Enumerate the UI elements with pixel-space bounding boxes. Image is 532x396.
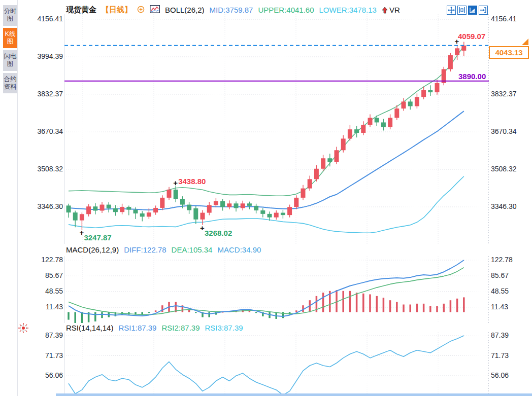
horizontal-line-label: 3890.00 — [458, 72, 486, 81]
current-price-box: 4043.13 — [489, 46, 529, 59]
main-candlestick-chart[interactable] — [64, 14, 489, 244]
macd-indicator-name: MACD(26,12,9) — [66, 245, 119, 254]
price-marker-label: 3438.80 — [178, 177, 206, 186]
high-price-label: 4059.07 — [458, 32, 485, 41]
axis-label: 3508.32 — [18, 165, 63, 173]
kline-chart-icon — [150, 5, 160, 15]
symbol-name: 现货黄金 — [66, 5, 96, 15]
sidebar-item-contract-info[interactable]: 合约资料 — [3, 73, 17, 94]
boll-mid-value: MID:3759.87 — [210, 6, 253, 14]
circled-plus-icon[interactable] — [137, 6, 145, 15]
chart-toolbar — [447, 6, 488, 15]
price-marker-cross: + — [79, 230, 84, 235]
macd-diff-value: DIFF:122.78 — [124, 245, 166, 254]
zoom-frame-icon[interactable] — [457, 6, 467, 15]
axis-label: 4156.41 — [491, 15, 531, 23]
price-marker-cross: + — [173, 181, 178, 186]
crosshair-move-icon[interactable] — [447, 6, 456, 15]
main-chart-header: 现货黄金 【日线】 BOLL(26,2) MID:3759.87 UPPER:4… — [66, 5, 400, 15]
chart-type-sidebar: 分时图 K线图 闪电图 合约资料 — [3, 5, 17, 95]
period-label: 【日线】 — [102, 5, 132, 15]
horizontal-scrollbar[interactable] — [56, 393, 532, 396]
axis-label: 3346.30 — [18, 202, 63, 210]
boll-upper-value: UPPER:4041.60 — [258, 6, 314, 14]
axis-label: 71.73 — [18, 351, 63, 359]
axis-label: 85.67 — [491, 271, 531, 279]
rsi-indicator-name: RSI(14,14,14) — [66, 323, 113, 332]
macd-macd-value: MACD:34.90 — [217, 245, 261, 254]
axis-label: 56.06 — [491, 371, 531, 379]
rsi1-value: RSI1:87.39 — [118, 323, 156, 332]
price-marker-cross: + — [455, 39, 459, 44]
axis-label: 48.55 — [491, 287, 531, 295]
sidebar-item-time-chart[interactable]: 分时图 — [3, 5, 17, 26]
macd-dea-value: DEA:105.34 — [172, 245, 213, 254]
rsi3-value: RSI3:87.39 — [205, 323, 243, 332]
vr-indicator-toggle[interactable]: VR — [382, 6, 400, 14]
sidebar-item-kline-chart[interactable]: K线图 — [3, 28, 17, 49]
vr-label: VR — [389, 6, 400, 14]
rsi-chart[interactable] — [64, 332, 489, 396]
red-up-arrow-icon — [382, 7, 388, 14]
macd-chart[interactable] — [64, 256, 489, 323]
axis-label: 87.39 — [491, 331, 531, 339]
price-marker-label: 3247.87 — [84, 233, 111, 242]
axis-label: 3832.37 — [18, 90, 63, 98]
price-marker-cross: + — [200, 226, 205, 231]
trend-chart-icon[interactable] — [468, 6, 477, 15]
macd-header: MACD(26,12,9) DIFF:122.78 DEA:105.34 MAC… — [66, 245, 261, 254]
price-pointer-icon — [522, 39, 528, 45]
rsi-header: RSI(14,14,14) RSI1:87.39 RSI2:87.39 RSI3… — [66, 323, 243, 332]
axis-label: 11.43 — [18, 303, 63, 311]
indicator-name: BOLL(26,2) — [165, 6, 205, 14]
axis-label: 3346.30 — [491, 202, 531, 210]
axis-label: 3670.34 — [491, 127, 531, 135]
axis-label: 11.43 — [491, 303, 531, 311]
axis-label: 4156.41 — [18, 15, 63, 23]
exit-right-icon[interactable] — [479, 6, 488, 15]
axis-label: 71.73 — [491, 351, 531, 359]
axis-label: 122.78 — [491, 256, 531, 264]
rsi2-value: RSI2:87.39 — [161, 323, 200, 332]
axis-label: 3508.32 — [491, 165, 531, 173]
boll-lower-value: LOWER:3478.13 — [319, 6, 377, 14]
axis-label: 48.55 — [18, 287, 63, 295]
axis-label: 85.67 — [18, 271, 63, 279]
axis-label: 122.78 — [18, 256, 63, 264]
axis-label: 87.39 — [18, 331, 63, 339]
sidebar-divider — [17, 0, 18, 396]
trading-app-window: 分时图 K线图 闪电图 合约资料 现货黄金 【日线】 — [0, 0, 532, 396]
axis-label: 3994.39 — [18, 52, 63, 60]
price-marker-label: 3268.02 — [205, 229, 232, 237]
axis-label: 3832.37 — [491, 90, 531, 98]
axis-label: 56.06 — [18, 371, 63, 379]
sidebar-item-lightning-chart[interactable]: 闪电图 — [3, 50, 17, 71]
axis-label: 3670.34 — [18, 127, 63, 135]
